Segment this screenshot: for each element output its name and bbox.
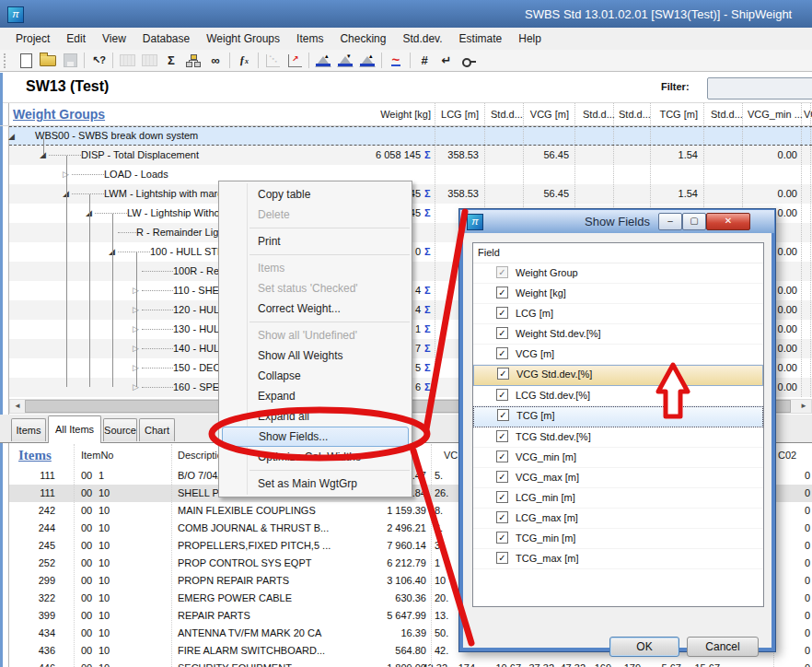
menubar-item-help[interactable]: Help	[510, 28, 550, 50]
cancel-button[interactable]: Cancel	[687, 637, 759, 657]
field-row-vcg-std-dev-[interactable]: ✓VCG Std.dev.[%]	[473, 365, 763, 386]
ok-button[interactable]: OK	[609, 637, 679, 657]
checkbox-checked[interactable]: ✓	[496, 552, 508, 564]
menu-item-set-as-main-wgtgrp[interactable]: Set as Main WgtGrp	[219, 474, 412, 494]
field-row-weight-std-dev-[interactable]: ✓Weight Std.dev.[%]	[473, 324, 763, 345]
context-help-icon[interactable]: ↖?	[87, 51, 110, 71]
field-row-vcg-m-[interactable]: ✓VCG [m]	[473, 345, 763, 365]
dialog-titlebar[interactable]: π Show Fields – ▢ ✕	[460, 210, 774, 233]
expand-icon[interactable]: ▷	[63, 165, 69, 184]
function-icon[interactable]: ƒx	[233, 51, 255, 71]
tab-all-items[interactable]: All Items	[48, 415, 101, 443]
checkbox-checked[interactable]: ✓	[496, 532, 508, 544]
menubar-item-items[interactable]: Items	[288, 28, 331, 50]
field-row-lcg-max-m-[interactable]: ✓LCG_max [m]	[473, 509, 763, 529]
curve-icon[interactable]: ~	[385, 51, 407, 71]
checkbox-checked[interactable]: ✓	[496, 471, 508, 483]
weight-group-row[interactable]: ◢DISP - Total Displacement6 058 145Σ358.…	[9, 146, 812, 165]
collapse-icon[interactable]: ◢	[63, 184, 69, 204]
checkbox-checked[interactable]: ✓	[496, 287, 508, 298]
menubar-item-weight-groups[interactable]: Weight Groups	[198, 28, 288, 50]
sigma-icon[interactable]: Σ	[424, 320, 431, 339]
field-row-lcg-min-m-[interactable]: ✓LCG_min [m]	[473, 488, 763, 509]
menubar-item-edit[interactable]: Edit	[58, 28, 94, 50]
field-row-weight-kg-[interactable]: ✓Weight [kg]	[473, 284, 763, 304]
checkbox-checked[interactable]: ✓	[496, 451, 508, 462]
menubar-item-view[interactable]: View	[94, 28, 134, 50]
sigma-icon[interactable]: Σ	[424, 378, 431, 397]
import-icon[interactable]: ↵	[435, 51, 458, 71]
weight-groups-link[interactable]: Weight Groups	[13, 107, 105, 122]
key-icon[interactable]	[458, 51, 480, 71]
item-row[interactable]: 4460010SECURITY EQUIPMENT1 809.0042.3217…	[9, 660, 812, 667]
sigma-icon[interactable]: Σ	[424, 204, 431, 223]
sigma-icon[interactable]: Σ	[424, 300, 431, 320]
field-row-tcg-min-m-[interactable]: ✓TCG_min [m]	[473, 529, 763, 549]
weight-group-row[interactable]: ◢WBS00 - SWBS break down system	[9, 126, 812, 146]
tab-source[interactable]: Source	[103, 418, 137, 441]
menu-item-show-fields-[interactable]: Show Fields...	[222, 427, 409, 447]
expand-icon[interactable]: ▷	[133, 378, 139, 397]
wg-column-header[interactable]: TCG [m]	[615, 104, 698, 124]
find-icon[interactable]: ∞	[204, 51, 226, 71]
filter-input[interactable]	[707, 77, 812, 99]
menu-item-expand-all[interactable]: Expand all	[219, 406, 412, 427]
checkbox-checked[interactable]: ✓	[497, 368, 509, 380]
wg-column-header[interactable]: LCG [m]	[396, 104, 479, 124]
checkbox-checked[interactable]: ✓	[496, 491, 508, 503]
menu-item-show-all-weights[interactable]: Show All Weights	[219, 345, 412, 366]
sigma-icon[interactable]: Σ	[424, 339, 431, 358]
field-row-lcg-m-[interactable]: ✓LCG [m]	[473, 304, 763, 324]
expand-icon[interactable]: ▷	[133, 281, 139, 300]
open-project-icon[interactable]	[37, 51, 59, 71]
checkbox-checked[interactable]: ✓	[496, 430, 508, 442]
count-icon[interactable]: #	[413, 51, 435, 71]
checkbox-checked[interactable]: ✓	[496, 511, 508, 523]
wg-column-header[interactable]: VCG [m]	[486, 104, 569, 124]
sigma-icon[interactable]: Σ	[424, 358, 431, 378]
field-row-lcg-std-dev-[interactable]: ✓LCG Std.dev.[%]	[473, 386, 763, 406]
collapse-icon[interactable]: ◢	[8, 127, 15, 146]
menubar-item-checking[interactable]: Checking	[331, 28, 394, 50]
sigma-icon[interactable]: Σ	[424, 242, 431, 262]
close-icon[interactable]: ✕	[706, 213, 750, 230]
menubar-item-std-dev-[interactable]: Std.dev.	[394, 28, 450, 50]
menubar-item-estimate[interactable]: Estimate	[451, 28, 511, 50]
wg-column-header[interactable]: Std.d...	[583, 104, 615, 124]
scroll-right-arrow-icon[interactable]: ►	[796, 400, 811, 413]
checkbox-checked[interactable]: ✓	[496, 307, 508, 319]
toolbar-grip[interactable]	[4, 53, 10, 68]
scroll-left-arrow-icon[interactable]: ◄	[10, 400, 25, 413]
collapse-icon[interactable]: ◢	[109, 242, 115, 262]
wg-column-header[interactable]: VC	[804, 104, 812, 124]
expand-icon[interactable]: ▷	[133, 358, 139, 378]
collapse-icon[interactable]: ◢	[86, 204, 92, 223]
weight-dist-up-icon[interactable]: ▴	[312, 51, 334, 71]
maximize-icon[interactable]: ▢	[682, 213, 706, 230]
weight-dist-icon[interactable]: ▴	[356, 51, 378, 71]
collapse-icon[interactable]: ◢	[40, 146, 46, 165]
field-row-tcg-m-[interactable]: ✓TCG [m]	[473, 406, 763, 427]
weight-dist-down-icon[interactable]: ▾	[334, 51, 356, 71]
field-row-vcg-max-m-[interactable]: ✓VCG_max [m]	[473, 468, 763, 488]
field-row-tcg-std-dev-[interactable]: ✓TCG Std.dev.[%]	[473, 427, 763, 448]
sigma-icon[interactable]: Σ	[424, 281, 431, 300]
field-row-vcg-min-m-[interactable]: ✓VCG_min [m]	[473, 448, 763, 468]
sum-icon[interactable]: Σ	[160, 51, 182, 71]
new-document-icon[interactable]	[15, 51, 37, 71]
menu-item-correct-weight-[interactable]: Correct Weight...	[219, 298, 412, 319]
field-row-tcg-max-m-[interactable]: ✓TCG_max [m]	[473, 549, 763, 569]
wg-column-header[interactable]: VCG_min ...	[748, 104, 803, 124]
menubar-item-project[interactable]: Project	[7, 28, 58, 50]
hierarchy-icon[interactable]	[182, 51, 204, 71]
menu-item-print[interactable]: Print	[219, 231, 412, 252]
checkbox-checked[interactable]: ✓	[496, 389, 508, 401]
tab-chart[interactable]: Chart	[139, 418, 175, 441]
wg-column-header[interactable]: Std.d...	[711, 104, 743, 124]
expand-icon[interactable]: ▷	[133, 320, 139, 339]
items-link[interactable]: Items	[18, 448, 52, 463]
field-row-weight-group[interactable]: ✓Weight Group	[473, 263, 763, 284]
menu-item-optimize-col-widths[interactable]: Optimize Col. Widths	[219, 447, 412, 467]
expand-icon[interactable]: ▷	[133, 339, 139, 358]
checkbox-checked[interactable]: ✓	[497, 409, 509, 421]
